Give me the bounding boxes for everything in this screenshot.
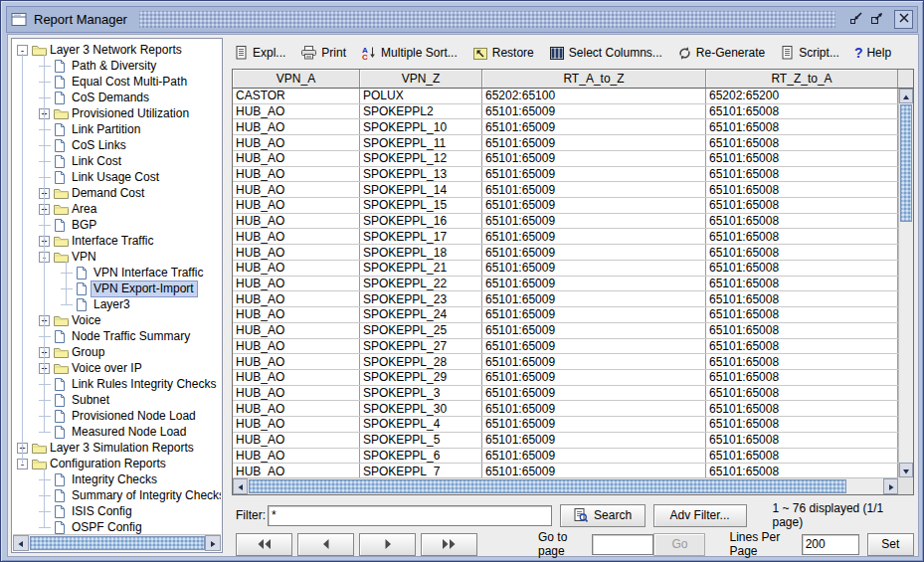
tree-item-label: Link Usage Cost [70,170,162,185]
set-button[interactable]: Set [867,533,914,556]
table-row[interactable]: HUB_AOSPOKEPPL_1365101:6500965101:65008 [233,167,898,183]
script-button[interactable]: Script... [780,45,839,61]
maximize-button[interactable] [868,11,886,29]
filter-input[interactable] [268,505,552,526]
table-hscroll-thumb[interactable] [249,479,846,493]
first-page-button[interactable] [236,533,292,556]
scrollbar-corner [898,477,913,494]
table-row[interactable]: HUB_AOSPOKEPPL_2165101:6500965101:65008 [233,261,898,277]
scroll-right-button[interactable] [883,478,898,494]
next-page-button[interactable] [359,533,416,556]
table-row[interactable]: HUB_AOSPOKEPPL_1565101:6500965101:65008 [233,198,898,214]
report-manager-window: Report Manager -Layer 3 Network ReportsP… [0,0,924,562]
restore-icon [472,46,488,61]
table-row[interactable]: HUB_AOSPOKEPPL_565101:6500965101:65008 [233,433,898,449]
scroll-up-button[interactable] [899,89,913,103]
table-cell: SPOKEPPL_5 [360,433,482,448]
tree-horizontal-scrollbar[interactable] [13,534,221,551]
table-cell: 65101:65008 [706,401,898,416]
table-row[interactable]: CASTORPOLUX65202:6510065202:65200 [233,89,898,104]
lines-per-page-input[interactable] [802,534,859,555]
table-row[interactable]: HUB_AOSPOKEPPL_2265101:6500965101:65008 [233,277,898,292]
table-horizontal-scrollbar[interactable] [233,477,898,494]
tree-scroll-thumb[interactable] [30,536,205,550]
table-cell: 65101:65008 [706,167,898,182]
table-row[interactable]: HUB_AOSPOKEPPL_2365101:6500965101:65008 [233,291,898,307]
go-button[interactable]: Go [653,533,705,556]
table-row[interactable]: HUB_AOSPOKEPPL_2465101:6500965101:65008 [233,307,898,323]
tree-branch-line [39,217,51,233]
table-row[interactable]: HUB_AOSPOKEPPL_2865101:6500965101:65008 [233,354,898,370]
table-cell: 65101:65008 [706,277,898,291]
table-cell: 65101:65009 [482,354,706,369]
select-columns-button[interactable]: Select Columns... [549,46,662,61]
table-cell: 65101:65008 [706,354,898,369]
titlebar-texture [139,11,835,28]
table-row[interactable]: HUB_AOSPOKEPPL_1865101:6500965101:65008 [233,245,898,261]
tree-item-label: Subnet [70,393,112,408]
table-row[interactable]: HUB_AOSPOKEPPL_665101:6500965101:65008 [233,449,898,465]
table-cell: 65101:65008 [706,135,898,150]
table-cell: 65101:65008 [706,370,898,385]
table-row[interactable]: HUB_AOSPOKEPPL_1465101:6500965101:65008 [233,182,898,198]
re-generate-button[interactable]: Re-Generate [677,46,765,61]
search-button[interactable]: Search [560,504,646,527]
table-cell: 65101:65009 [482,277,706,291]
scroll-down-button[interactable] [899,463,913,477]
document-icon [53,504,70,519]
table-row[interactable]: HUB_AOSPOKEPPL_1765101:6500965101:65008 [233,229,898,245]
tree-branch-line [39,376,51,392]
prev-page-button[interactable] [297,533,354,556]
column-header-vpn_z[interactable]: VPN_Z [360,70,482,89]
scroll-left-button[interactable] [13,535,29,551]
expl-button[interactable]: Expl... [234,45,285,61]
help-button[interactable]: ?Help [854,46,891,60]
prev-page-icon [320,538,332,550]
table-vscroll-thumb[interactable] [900,104,912,222]
scroll-left-button[interactable] [233,478,248,494]
table-row[interactable]: HUB_AOSPOKEPPL_1265101:6500965101:65008 [233,151,898,167]
table-row[interactable]: HUB_AOSPOKEPPL265101:6500965101:65008 [233,104,898,120]
document-icon [53,472,70,487]
table-vertical-scrollbar[interactable] [898,89,913,477]
table-row[interactable]: HUB_AOSPOKEPPL_2765101:6500965101:65008 [233,339,898,355]
last-page-button[interactable] [421,533,477,556]
adv-filter-button[interactable]: Adv Filter... [653,504,747,527]
tree-item-label: Voice over IP [70,361,145,376]
window-icon [11,12,28,27]
table-row[interactable]: HUB_AOSPOKEPPL_3065101:6500965101:65008 [233,401,898,417]
restore-button[interactable]: Restore [472,46,534,61]
table-row[interactable]: HUB_AOSPOKEPPL_465101:6500965101:65008 [233,417,898,433]
table-row[interactable]: HUB_AOSPOKEPPL_1065101:6500965101:65008 [233,119,898,135]
minimize-button[interactable] [847,11,865,29]
table-cell: HUB_AO [233,229,360,244]
table-cell: 65202:65100 [482,89,706,103]
table-row[interactable]: HUB_AOSPOKEPPL_765101:6500965101:65008 [233,464,898,477]
tree-item-label: CoS Links [70,138,129,153]
pagination-nav [236,533,482,556]
expl-label: Expl... [253,46,285,60]
folder-icon [53,345,70,359]
column-header-rt_z_to_a[interactable]: RT_Z_to_A [706,70,898,89]
multiple-sort-button[interactable]: ACMultiple Sort... [361,45,458,61]
tree-item[interactable]: +Layer 3 Simulation Reports [13,440,221,456]
tree-branch-line [61,281,73,296]
table-row[interactable]: HUB_AOSPOKEPPL_365101:6500965101:65008 [233,386,898,402]
scroll-right-button[interactable] [205,535,221,551]
column-header-rt_a_to_z[interactable]: RT_A_to_Z [482,70,706,89]
select-columns-label: Select Columns... [569,46,662,60]
tree-branch-line [39,169,51,185]
table-row[interactable]: HUB_AOSPOKEPPL_1665101:6500965101:65008 [233,214,898,230]
table-cell: HUB_AO [233,119,360,134]
tree-branch-line [39,74,51,90]
go-to-page-input[interactable] [592,534,653,555]
table-row[interactable]: HUB_AOSPOKEPPL_2965101:6500965101:65008 [233,370,898,386]
table-row[interactable]: HUB_AOSPOKEPPL_1165101:6500965101:65008 [233,135,898,151]
table-row[interactable]: HUB_AOSPOKEPPL_2565101:6500965101:65008 [233,323,898,339]
table-cell: 65101:65009 [482,339,706,354]
table-cell: HUB_AO [233,198,360,213]
print-button[interactable]: Print [300,45,346,61]
column-header-vpn_a[interactable]: VPN_A [233,70,360,89]
table-cell: SPOKEPPL_16 [360,214,482,229]
close-button[interactable] [894,10,913,29]
